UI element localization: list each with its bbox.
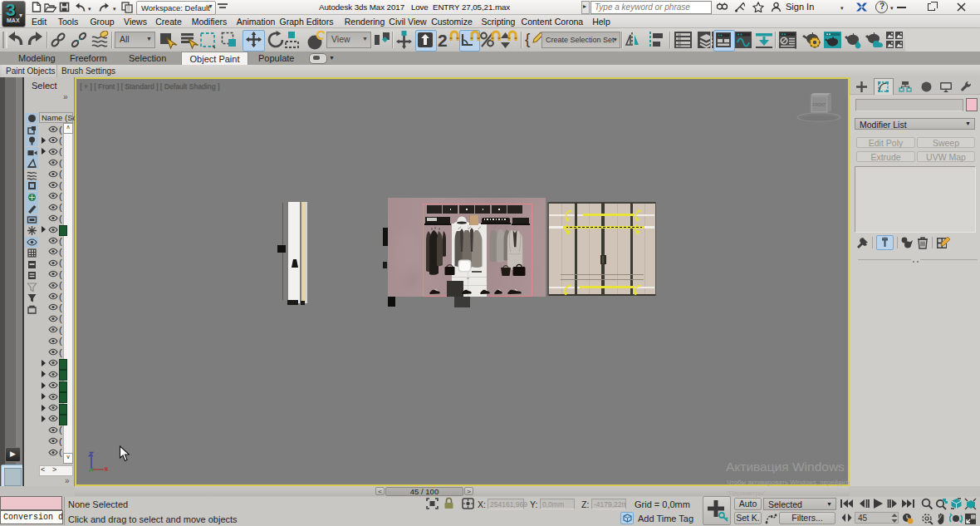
svg-text:FRONT: FRONT [813, 103, 826, 107]
